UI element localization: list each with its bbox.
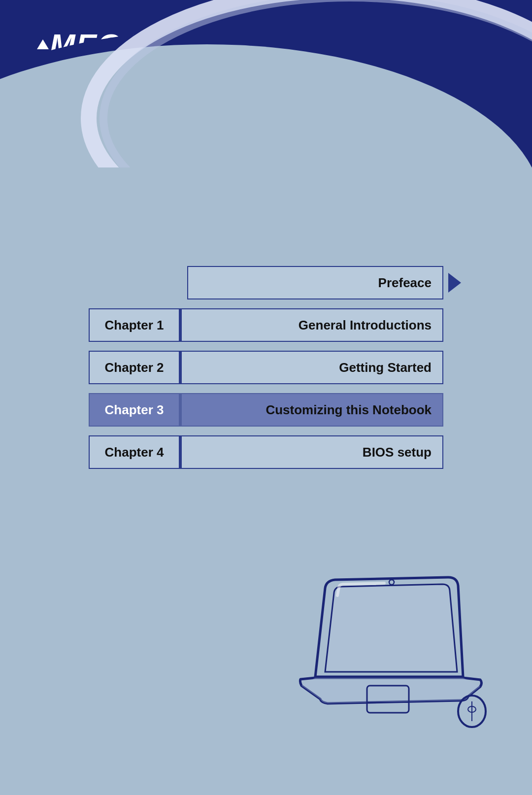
preface-arrow-icon <box>448 273 461 293</box>
chapter-3-title-text: Customizing this Notebook <box>266 402 432 418</box>
chapter-4-title[interactable]: BIOS setup <box>182 435 443 469</box>
chapter-1-row[interactable]: Chapter 1 General Introductions <box>89 308 443 342</box>
chapter-4-label: Chapter 4 <box>105 445 164 460</box>
preface-row: Prefeace <box>89 266 443 299</box>
preface-label: Prefeace <box>378 275 432 291</box>
header-section: MEGABOOK <box>0 0 532 167</box>
laptop-illustration <box>286 568 493 736</box>
chapter-1-title[interactable]: General Introductions <box>182 308 443 342</box>
chapter-3-row[interactable]: Chapter 3 Customizing this Notebook <box>89 393 443 427</box>
main-section: Prefeace Chapter 1 General Introductions… <box>0 167 532 795</box>
preface-title-box[interactable]: Prefeace <box>187 266 443 299</box>
chapter-1-label: Chapter 1 <box>105 318 164 333</box>
chapter-3-label: Chapter 3 <box>105 402 164 418</box>
header-arc-decoration <box>0 0 532 167</box>
chapter-3-title[interactable]: Customizing this Notebook <box>182 393 443 427</box>
chapter-2-row[interactable]: Chapter 2 Getting Started <box>89 351 443 384</box>
chapter-2-title[interactable]: Getting Started <box>182 351 443 384</box>
svg-point-1 <box>0 44 532 167</box>
chapter-2-box[interactable]: Chapter 2 <box>89 351 180 384</box>
chapter-2-title-text: Getting Started <box>339 360 432 375</box>
chapter-4-title-text: BIOS setup <box>363 445 432 460</box>
toc-container: Prefeace Chapter 1 General Introductions… <box>89 266 443 478</box>
chapter-2-label: Chapter 2 <box>105 360 164 375</box>
svg-point-6 <box>389 580 394 585</box>
chapter-4-row[interactable]: Chapter 4 BIOS setup <box>89 435 443 469</box>
chapter-4-box[interactable]: Chapter 4 <box>89 435 180 469</box>
chapter-1-title-text: General Introductions <box>299 318 432 333</box>
chapter-1-box[interactable]: Chapter 1 <box>89 308 180 342</box>
chapter-3-box[interactable]: Chapter 3 <box>89 393 180 427</box>
